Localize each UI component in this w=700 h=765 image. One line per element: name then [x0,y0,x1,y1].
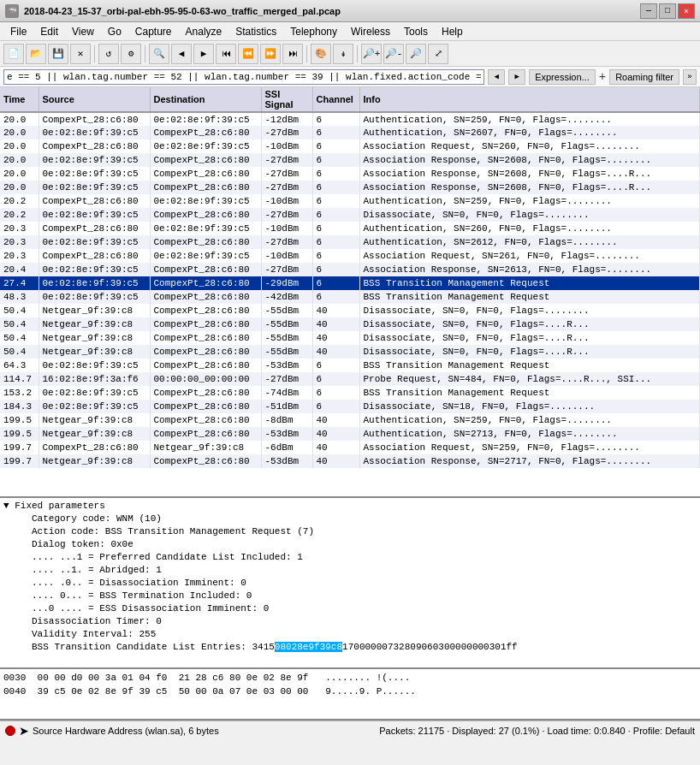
cell-channel: 6 [312,222,359,235]
table-row[interactable]: 64.30e:02:8e:9f:39:c5CompexPt_28:c6:80-5… [0,359,700,372]
menu-item-tools[interactable]: Tools [397,24,435,39]
cell-ssi: -27dBm [261,181,312,194]
menu-item-wireless[interactable]: Wireless [344,24,397,39]
table-row[interactable]: 20.0CompexPt_28:c6:800e:02:8e:9f:39:c5-1… [0,112,700,126]
col-header-source[interactable]: Source [39,87,150,112]
minimize-button[interactable]: — [640,3,657,19]
menu-item-analyze[interactable]: Analyze [179,24,229,39]
toolbar-auto-scroll-btn[interactable]: ↡ [333,44,353,64]
toolbar-fwd-btn[interactable]: ▶ [193,44,214,64]
filter-fwd-btn[interactable]: ▶ [508,69,525,85]
col-header-ssi[interactable]: SSI Signal [261,87,312,112]
table-row[interactable]: 20.0CompexPt_28:c6:800e:02:8e:9f:39:c5-1… [0,139,700,153]
toolbar-reload-btn[interactable]: ↺ [98,44,119,64]
menu-item-edit[interactable]: Edit [33,24,65,39]
table-row[interactable]: 50.4Netgear_9f:39:c8CompexPt_28:c6:80-55… [0,331,700,345]
table-row[interactable]: 48.30e:02:8e:9f:39:c5CompexPt_28:c6:80-4… [0,290,700,304]
cell-channel: 40 [312,413,359,427]
filter-input[interactable] [3,69,484,85]
table-row[interactable]: 199.5Netgear_9f:39:c8CompexPt_28:c6:80-5… [0,427,700,441]
toolbar-next-btn[interactable]: ⏩ [260,44,281,64]
cell-dest: 00:00:00_00:00:00 [150,372,261,386]
status-source-label: Source Hardware Address (wlan.sa), 6 byt… [33,726,376,736]
col-header-info[interactable]: Info [359,87,700,112]
toolbar-capture-btn[interactable]: ⚙ [121,44,141,64]
toolbar-last-btn[interactable]: ⏭ [282,44,303,64]
cell-ssi: -53dBm [261,359,312,372]
col-header-time[interactable]: Time [0,87,39,112]
close-button[interactable]: ✕ [678,3,695,19]
cell-info: Authentication, SN=2612, FN=0, Flags=...… [359,235,700,249]
detail-line: Action code: BSS Transition Management R… [3,525,697,538]
menu-item-telephony[interactable]: Telephony [283,24,344,39]
menu-item-statistics[interactable]: Statistics [228,24,283,39]
cell-time: 199.7 [0,441,39,454]
toolbar-prev-btn[interactable]: ⏪ [238,44,258,64]
table-row[interactable]: 20.3CompexPt_28:c6:800e:02:8e:9f:39:c5-1… [0,222,700,235]
menu-item-capture[interactable]: Capture [128,24,179,39]
table-row[interactable]: 20.00e:02:8e:9f:39:c5CompexPt_28:c6:80-2… [0,167,700,181]
cell-info: Association Response, SN=2717, FN=0, Fla… [359,454,700,468]
table-row[interactable]: 20.00e:02:8e:9f:39:c5CompexPt_28:c6:80-2… [0,153,700,167]
table-row[interactable]: 50.4Netgear_9f:39:c8CompexPt_28:c6:80-55… [0,345,700,359]
cell-ssi: -55dBm [261,317,312,331]
table-row[interactable]: 199.5Netgear_9f:39:c8CompexPt_28:c6:80-8… [0,413,700,427]
toolbar-find-btn[interactable]: 🔍 [149,44,169,64]
toolbar-zoom-in-btn[interactable]: 🔎+ [361,44,382,64]
cell-time: 199.5 [0,427,39,441]
menu-item-file[interactable]: File [3,24,33,39]
cell-dest: CompexPt_28:c6:80 [150,386,261,400]
table-row[interactable]: 20.40e:02:8e:9f:39:c5CompexPt_28:c6:80-2… [0,263,700,276]
table-row[interactable]: 199.7CompexPt_28:c6:80Netgear_9f:39:c8-6… [0,441,700,454]
table-row[interactable]: 20.20e:02:8e:9f:39:c5CompexPt_28:c6:80-2… [0,208,700,222]
col-header-channel[interactable]: Channel [312,87,359,112]
toolbar-close-btn[interactable]: ✕ [70,44,91,64]
toolbar-first-btn[interactable]: ⏮ [216,44,236,64]
toolbar-save-btn[interactable]: 💾 [48,44,68,64]
cell-source: 0e:02:8e:9f:39:c5 [39,290,150,304]
table-row[interactable]: 199.7Netgear_9f:39:c8CompexPt_28:c6:80-5… [0,454,700,468]
toolbar-zoom-normal-btn[interactable]: 🔎 [406,44,426,64]
toolbar-colorize-btn[interactable]: 🎨 [311,44,331,64]
toolbar-back-btn[interactable]: ◀ [171,44,192,64]
filter-add-icon[interactable]: + [599,70,606,84]
table-row[interactable]: 50.4Netgear_9f:39:c8CompexPt_28:c6:80-55… [0,317,700,331]
cell-dest: CompexPt_28:c6:80 [150,359,261,372]
maximize-button[interactable]: □ [659,3,676,19]
table-row[interactable]: 27.40e:02:8e:9f:39:c5CompexPt_28:c6:80-2… [0,276,700,290]
expression-button[interactable]: Expression... [529,69,596,85]
menu-item-help[interactable]: Help [435,24,470,39]
menu-item-go[interactable]: Go [101,24,128,39]
toolbar-sep-3 [306,45,307,62]
table-row[interactable]: 20.00e:02:8e:9f:39:c5CompexPt_28:c6:80-2… [0,126,700,139]
toolbar-new-btn[interactable]: 📄 [3,44,24,64]
cell-channel: 6 [312,126,359,139]
detail-line: .... ...1 = Preferred Candidate List Inc… [3,551,697,564]
detail-pane: ▼ Fixed parameters Category code: WNM (1… [0,498,700,669]
cell-time: 20.4 [0,263,39,276]
cell-source: CompexPt_28:c6:80 [39,249,150,263]
filter-more-btn[interactable]: » [683,69,697,85]
toolbar-open-btn[interactable]: 📂 [26,44,46,64]
cell-ssi: -27dBm [261,235,312,249]
table-row[interactable]: 20.30e:02:8e:9f:39:c5CompexPt_28:c6:80-2… [0,235,700,249]
toolbar-resize-btn[interactable]: ⤢ [428,44,448,64]
cell-source: Netgear_9f:39:c8 [39,304,150,317]
toolbar-zoom-out-btn[interactable]: 🔎- [383,44,404,64]
cell-channel: 6 [312,359,359,372]
cell-channel: 6 [312,386,359,400]
col-header-destination[interactable]: Destination [150,87,261,112]
filter-back-btn[interactable]: ◀ [488,69,505,85]
table-row[interactable]: 20.00e:02:8e:9f:39:c5CompexPt_28:c6:80-2… [0,181,700,194]
cell-source: 0e:02:8e:9f:39:c5 [39,400,150,413]
table-row[interactable]: 50.4Netgear_9f:39:c8CompexPt_28:c6:80-55… [0,304,700,317]
table-row[interactable]: 20.2CompexPt_28:c6:800e:02:8e:9f:39:c5-1… [0,194,700,208]
menu-item-view[interactable]: View [65,24,101,39]
cell-channel: 6 [312,153,359,167]
table-row[interactable]: 114.716:02:8e:9f:3a:f600:00:00_00:00:00-… [0,372,700,386]
roaming-filter-button[interactable]: Roaming filter [609,69,679,85]
table-row[interactable]: 153.20e:02:8e:9f:39:c5CompexPt_28:c6:80-… [0,386,700,400]
table-row[interactable]: 20.3CompexPt_28:c6:800e:02:8e:9f:39:c5-1… [0,249,700,263]
cell-time: 50.4 [0,345,39,359]
table-row[interactable]: 184.30e:02:8e:9f:39:c5CompexPt_28:c6:80-… [0,400,700,413]
